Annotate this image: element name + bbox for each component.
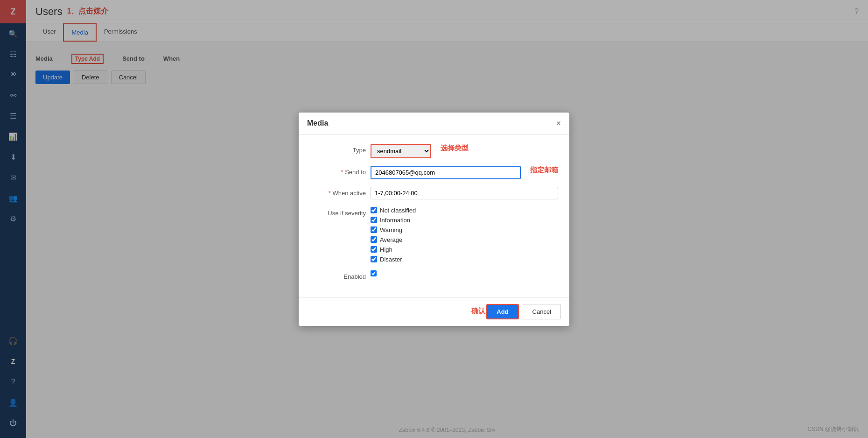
cb-not-classified[interactable] [371,207,377,213]
dialog-footer: 确认 Add Cancel [299,297,569,326]
cb-information[interactable] [371,217,377,223]
severity-disaster: Disaster [371,256,416,263]
cb-average-label: Average [380,236,402,243]
cb-high-label: High [380,246,392,253]
cb-not-classified-label: Not classified [380,207,416,214]
add-button[interactable]: Add [486,304,518,319]
send-to-row: Send to 指定邮箱 [310,166,558,179]
send-to-input[interactable] [371,166,521,179]
type-select[interactable]: sendmail email script SMS [371,144,431,158]
when-active-row: When active [310,187,558,199]
dialog-title: Media [307,119,328,127]
dialog-body: Type sendmail email script SMS 选择类型 Send… [299,134,569,297]
modal-overlay: Media × Type sendmail email script SMS 选… [0,0,868,438]
severity-label: Use if severity [310,207,366,217]
cb-information-label: Information [380,217,410,224]
dialog-header: Media × [299,113,569,134]
media-dialog: Media × Type sendmail email script SMS 选… [299,113,569,326]
cb-high[interactable] [371,246,377,253]
severity-checkboxes: Not classified Information Warning Avera… [371,207,416,263]
cb-disaster-label: Disaster [380,256,402,263]
when-active-label: When active [310,187,366,197]
severity-high: High [371,246,416,253]
when-active-input[interactable] [371,187,558,199]
type-row: Type sendmail email script SMS 选择类型 [310,144,558,158]
close-icon[interactable]: × [556,119,561,127]
cb-warning[interactable] [371,226,377,233]
severity-warning: Warning [371,226,416,233]
type-label: Type [310,144,366,154]
enabled-label: Enabled [310,270,366,280]
severity-row: Use if severity Not classified Informati… [310,207,558,263]
confirm-annotation: 确认 [471,307,485,316]
send-to-annotation: 指定邮箱 [530,166,558,175]
enabled-row: Enabled [310,270,558,280]
severity-information: Information [371,217,416,224]
severity-average: Average [371,236,416,243]
severity-not-classified: Not classified [371,207,416,214]
dialog-cancel-button[interactable]: Cancel [523,304,561,319]
send-to-label: Send to [310,166,366,176]
enabled-checkbox[interactable] [371,270,377,276]
cb-average[interactable] [371,236,377,243]
cb-warning-label: Warning [380,226,402,233]
type-annotation: 选择类型 [441,144,469,153]
cb-disaster[interactable] [371,256,377,262]
